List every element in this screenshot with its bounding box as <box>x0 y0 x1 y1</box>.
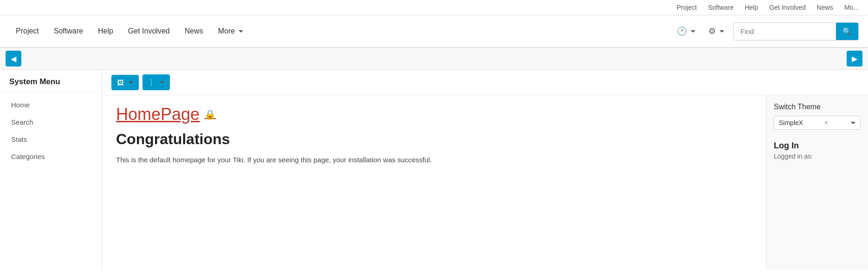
sidebar: System Menu Home Search Stats Categories <box>0 70 102 270</box>
page-body: HomePage 🔒 Congratulations This is the d… <box>102 95 868 270</box>
sidebar-item-categories[interactable]: Categories <box>0 148 102 165</box>
switch-theme-label: Switch Theme <box>774 103 861 111</box>
image-btn-chevron-icon <box>129 81 133 84</box>
more-icon: ⋮ <box>148 78 155 86</box>
top-nav-software[interactable]: Software <box>708 4 733 11</box>
top-nav-get-involved[interactable]: Get Involved <box>769 4 806 11</box>
nav-help[interactable]: Help <box>91 23 120 39</box>
theme-select[interactable]: SimpleX ✕ <box>774 116 861 130</box>
theme-select-chevron-icon <box>851 122 855 124</box>
top-nav-news[interactable]: News <box>817 4 833 11</box>
log-in-title: Log In <box>774 141 861 151</box>
congrats-text: This is the default homepage for your Ti… <box>116 154 441 166</box>
more-btn-chevron-icon <box>160 81 164 84</box>
top-nav-more[interactable]: Mo... <box>844 4 859 11</box>
search-input[interactable] <box>734 24 836 39</box>
page-action-more-button[interactable]: ⋮ <box>143 74 170 90</box>
main-content: HomePage 🔒 Congratulations This is the d… <box>102 95 766 270</box>
lock-icon: 🔒 <box>204 109 216 120</box>
image-icon: 🖼 <box>117 79 124 86</box>
theme-value: SimpleX <box>779 119 803 126</box>
nav-more-dropdown[interactable]: More <box>212 23 250 39</box>
top-nav-help[interactable]: Help <box>745 4 758 11</box>
sidebar-toggle-left-button[interactable]: ◀ <box>6 51 21 66</box>
congrats-title: Congratulations <box>116 131 752 148</box>
nav-more-label: More <box>218 27 235 35</box>
gear-button[interactable]: ⚙ <box>705 23 728 39</box>
main-wrapper: 🖼 ⋮ HomePage 🔒 Congratulations This is t… <box>102 70 868 270</box>
gear-chevron-icon <box>719 30 724 33</box>
nav-news[interactable]: News <box>178 23 210 39</box>
sidebar-item-home[interactable]: Home <box>0 96 102 113</box>
clock-icon: 🕐 <box>677 26 687 36</box>
main-nav-links: Project Software Help Get Involved News … <box>9 23 673 39</box>
main-nav: Project Software Help Get Involved News … <box>0 15 868 48</box>
toggle-right-icon: ▶ <box>852 54 857 63</box>
content-area: System Menu Home Search Stats Categories… <box>0 70 868 270</box>
sidebar-item-stats[interactable]: Stats <box>0 131 102 148</box>
action-bar: 🖼 ⋮ <box>102 70 868 95</box>
clock-chevron-icon <box>691 30 695 33</box>
page-action-image-button[interactable]: 🖼 <box>111 75 139 90</box>
sidebar-item-search[interactable]: Search <box>0 113 102 131</box>
search-icon: 🔍 <box>842 27 852 35</box>
page-title-text: HomePage <box>116 105 200 124</box>
clock-button[interactable]: 🕐 <box>673 23 699 39</box>
sidebar-toggle-bar: ◀ ▶ <box>0 48 868 70</box>
top-nav-project[interactable]: Project <box>677 4 697 11</box>
logged-in-as-label: Logged in as: <box>774 153 861 160</box>
page-title[interactable]: HomePage 🔒 <box>116 105 752 124</box>
right-panel: Switch Theme SimpleX ✕ Log In Logged in … <box>766 95 868 270</box>
gear-icon: ⚙ <box>708 26 716 36</box>
nav-software[interactable]: Software <box>47 23 90 39</box>
nav-project[interactable]: Project <box>9 23 45 39</box>
sidebar-toggle-right-button[interactable]: ▶ <box>847 51 862 66</box>
log-in-section: Log In Logged in as: <box>774 141 861 160</box>
nav-get-involved[interactable]: Get Involved <box>122 23 176 39</box>
switch-theme-section: Switch Theme SimpleX ✕ <box>774 103 861 130</box>
nav-icons: 🕐 ⚙ <box>673 23 728 39</box>
sidebar-title: System Menu <box>0 70 102 93</box>
search-button[interactable]: 🔍 <box>836 23 858 40</box>
search-box: 🔍 <box>733 22 859 40</box>
nav-more-chevron-icon <box>239 30 243 33</box>
top-bar: Project Software Help Get Involved News … <box>0 0 868 15</box>
toggle-left-icon: ◀ <box>11 54 16 63</box>
sidebar-menu: Home Search Stats Categories <box>0 93 102 169</box>
theme-select-x-icon: ✕ <box>824 120 829 126</box>
